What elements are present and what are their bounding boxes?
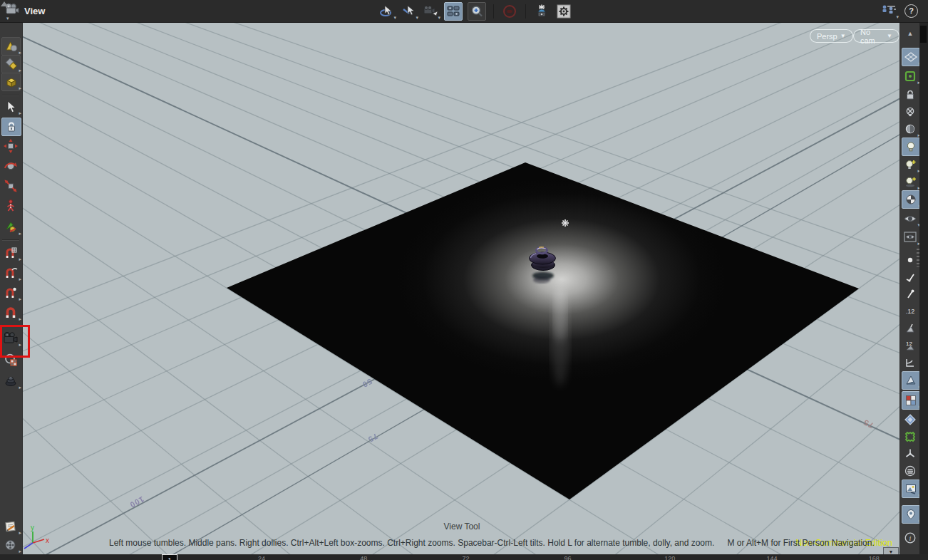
smooth-shading-icon[interactable]: ▸ (902, 190, 920, 209)
textures-icon[interactable]: ▸ (902, 391, 920, 410)
flipbook-icon[interactable]: ▸ (1, 536, 20, 554)
playbar-timeline[interactable]: 1 24487296120144168 (0, 554, 928, 560)
dolly-icon[interactable]: ▾ (422, 3, 439, 20)
svg-text:12: 12 (906, 341, 912, 347)
viewport-scroll-corner[interactable]: ▼ (883, 547, 899, 554)
render-region-icon[interactable] (1, 351, 20, 368)
isolate-eye-icon[interactable]: ▸ (902, 229, 919, 246)
svg-text:i: i (909, 534, 912, 542)
light-icon[interactable] (562, 219, 569, 227)
pane-corner-icon[interactable] (1, 1, 8, 6)
frame-tick-label: 48 (360, 555, 367, 560)
frame-tick-label: 120 (664, 555, 675, 560)
current-frame-indicator[interactable]: 1 (162, 554, 177, 560)
right-pane-strip (919, 22, 928, 560)
camera-pin-icon[interactable]: ▸ (902, 505, 920, 524)
box-zoom-icon[interactable] (468, 2, 486, 21)
point-numbers-icon[interactable]: .12 (902, 303, 919, 320)
lock-camera-icon[interactable] (902, 86, 919, 103)
snap-point-icon[interactable]: ▸ (1, 284, 20, 301)
camera-options-icon[interactable] (533, 3, 550, 20)
houdini-window: ▾ View ▾ ▾ (0, 0, 928, 560)
view-tool-icon[interactable]: ▸ (1, 330, 20, 347)
camera-select-label: No cam (860, 28, 884, 45)
group-overlay-icon[interactable] (902, 428, 919, 445)
frame-tick-label: 96 (564, 555, 572, 560)
scroll-up-icon[interactable]: ▲ (902, 25, 919, 42)
tumble-icon[interactable]: ▾ (378, 3, 395, 20)
settings-gear-icon[interactable] (555, 3, 572, 20)
frame-tick-label: 24 (258, 555, 265, 560)
point-normals-icon[interactable] (902, 269, 919, 286)
pose-icon[interactable] (1, 197, 20, 214)
snap-grid-icon[interactable]: ▸ (1, 244, 20, 261)
rotate-icon[interactable] (1, 157, 20, 175)
layout-presets-icon[interactable]: ▾ (880, 2, 897, 19)
secure-select-icon[interactable]: ▾ (400, 3, 417, 20)
profiles-icon[interactable] (902, 354, 919, 371)
scale-icon[interactable] (1, 177, 20, 195)
dome-light-icon[interactable]: ▸ (1, 373, 20, 390)
pane-toolbar: ▾ View ▾ ▾ (0, 0, 928, 23)
tool-help-text: Left mouse tumbles. Middle pans. Right d… (109, 538, 875, 548)
toolbar-separator (525, 4, 526, 19)
scene-viewport[interactable]: y x z 507510075 Persp ▼ No cam ▼ View To… (22, 22, 899, 554)
snapshot-icon[interactable]: ▸ (902, 479, 920, 498)
pane-menu-caret: ▾ (6, 16, 9, 21)
camera-projection-label: Persp (817, 32, 837, 41)
reference-grid-icon[interactable]: ▸ (902, 48, 920, 66)
viewport-left-toolbar: ▸ ▸ ▸ ▸ (0, 22, 23, 554)
edit-motion-icon[interactable]: ▸ (1, 219, 20, 236)
hq-lighting-icon[interactable]: ▸ (902, 156, 919, 173)
dropdown-caret: ▾ (393, 15, 396, 21)
tool-status-title: View Tool (444, 522, 480, 532)
lock-handles-icon[interactable] (1, 118, 21, 136)
snap-magnet-icon[interactable]: ▸ (1, 304, 20, 321)
prim-numbers-icon[interactable]: 12 (902, 337, 919, 354)
dropdown-caret: ▾ (416, 15, 418, 21)
translate-icon[interactable] (1, 138, 20, 155)
view-set-icon[interactable] (444, 2, 463, 21)
pane-header[interactable]: ▾ View (4, 2, 45, 19)
scrollbar-thumb[interactable] (920, 26, 927, 43)
camera-projection-menu[interactable]: Persp ▼ (810, 29, 853, 43)
frame-tick-label: 72 (462, 555, 469, 560)
dropdown-caret: ▾ (438, 15, 440, 21)
prim-normals-icon[interactable] (902, 320, 919, 337)
take-notes-icon[interactable]: ▸ (1, 518, 20, 535)
snap-curve-icon[interactable]: ▸ (1, 264, 20, 281)
help-text-1: Left mouse tumbles. Middle pans. Right d… (109, 538, 714, 548)
display-options-toolbar: ▲ ▸ ▸ (899, 22, 920, 560)
show-components-icon[interactable]: ▸ (1, 73, 21, 91)
hq-shadows-icon[interactable]: ▸ (902, 173, 919, 190)
camera-select-menu[interactable]: No cam ▼ (853, 29, 899, 43)
axis-x-label: x (46, 536, 49, 544)
scene-3d-view: y x z (22, 22, 899, 554)
info-icon[interactable]: i (902, 529, 919, 546)
no-lighting-icon[interactable] (902, 103, 919, 120)
mute-icon[interactable] (501, 3, 518, 20)
select-arrow-icon[interactable]: ▸ (1, 98, 20, 115)
headlight-icon[interactable]: ▸ (902, 120, 919, 138)
particle-fan-icon[interactable] (902, 445, 919, 462)
axis-y-label: y (31, 524, 34, 532)
shade-curves-icon[interactable]: ▸ (902, 371, 920, 390)
multipass-icon[interactable] (902, 462, 919, 479)
chevron-down-icon: ▼ (840, 33, 846, 39)
point-markers-icon[interactable] (902, 286, 919, 303)
visibility-eye-icon[interactable]: ▾ (902, 210, 919, 227)
help-icon[interactable]: ? (904, 4, 918, 18)
object-mode-icon[interactable]: ▸ (902, 68, 919, 85)
frame-tick-label: 144 (766, 555, 777, 560)
normal-lighting-icon[interactable] (902, 138, 920, 156)
show-objects-icon[interactable]: ▸ (1, 37, 21, 56)
show-geometry-icon[interactable]: ▸ (1, 55, 21, 73)
xray-icon[interactable] (902, 411, 919, 428)
chevron-down-icon: ▼ (887, 33, 892, 39)
frame-tick-label: 168 (869, 555, 880, 560)
dropdown-caret: ▾ (896, 14, 899, 20)
help-text-2: M or Alt+M for First Person Navigation. (727, 538, 874, 548)
toolbar-separator (493, 4, 494, 19)
display-points-icon[interactable] (902, 252, 919, 269)
topbar-right-icons: ▾ ? (880, 2, 918, 19)
